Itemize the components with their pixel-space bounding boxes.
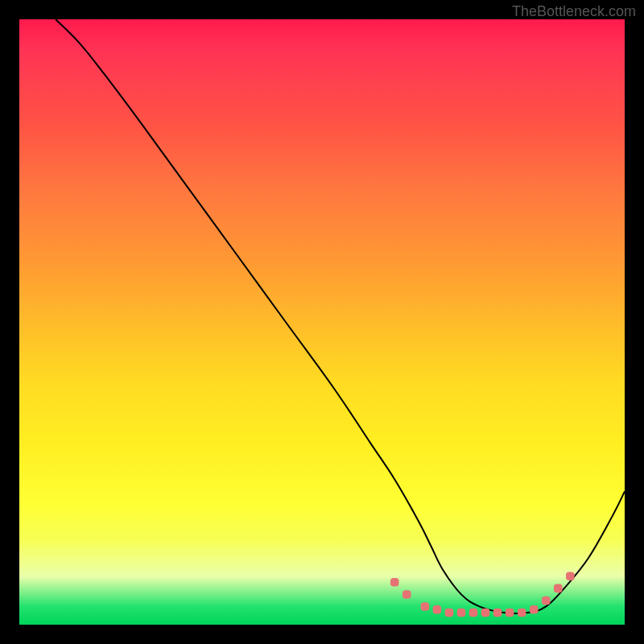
optimal-marker	[457, 609, 466, 617]
optimal-marker	[433, 605, 442, 614]
optimal-marker	[402, 590, 411, 599]
optimal-marker	[421, 602, 430, 611]
optimal-range-markers	[19, 19, 625, 625]
optimal-marker	[469, 609, 478, 617]
optimal-marker	[530, 605, 539, 614]
optimal-marker	[566, 572, 575, 581]
bottleneck-curve-svg	[19, 19, 625, 625]
attribution-text: TheBottleneck.com	[512, 3, 636, 20]
bottleneck-curve-path	[56, 19, 625, 613]
optimal-marker	[518, 609, 526, 617]
optimal-marker	[506, 609, 514, 617]
optimal-marker	[390, 578, 399, 587]
chart-plot-area	[19, 19, 625, 625]
optimal-marker	[481, 609, 490, 617]
optimal-marker	[542, 597, 551, 605]
optimal-marker	[493, 609, 502, 617]
optimal-marker	[445, 609, 454, 617]
optimal-marker	[554, 584, 563, 593]
